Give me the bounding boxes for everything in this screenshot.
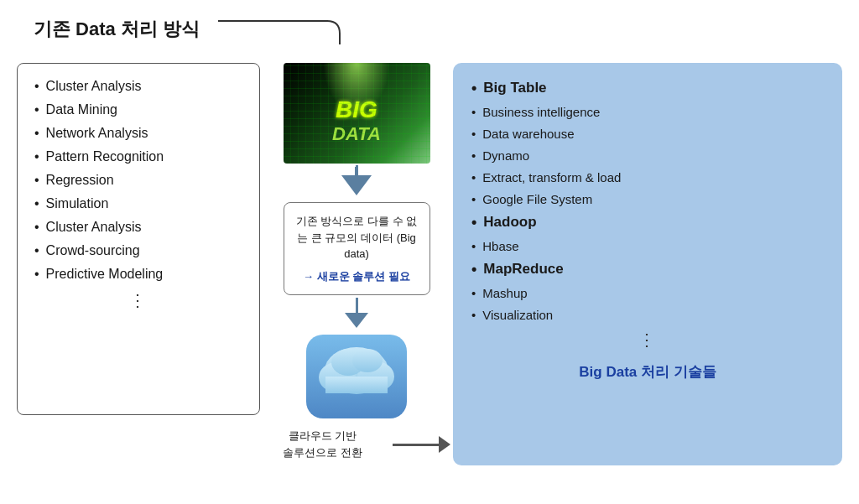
middle-text-box: 기존 방식으로 다를 수 없는 큰 규모의 데이터 (Big data) → 새… — [284, 202, 430, 295]
big-data-tech-label-container: Big Data 처리 기술들 — [471, 362, 824, 382]
list-item: Cluster Analysis — [34, 220, 242, 235]
list-item-gfs: Google File System — [471, 192, 824, 206]
arrow-down-2 — [345, 298, 368, 328]
arrow-line — [393, 444, 439, 446]
cloud-svg — [302, 330, 411, 423]
list-item-hbase: Hbase — [471, 239, 824, 253]
bottom-section: 클라우드 기반 솔루션으로 전환 — [258, 428, 456, 463]
right-arrow — [393, 436, 450, 453]
list-item-mapreduce: MapReduce — [471, 261, 824, 278]
list-item: Simulation — [34, 196, 242, 211]
list-item: Cluster Analysis — [34, 79, 242, 94]
title-bracket-arrow — [218, 13, 386, 46]
svg-rect-8 — [325, 377, 388, 393]
right-tech-box: Big Table Business intelligence Data war… — [453, 63, 842, 465]
solution-needed-text: → 새로운 솔루션 필요 — [296, 269, 418, 284]
cloud-icon — [302, 330, 411, 423]
list-item-etl: Extract, transform & load — [471, 170, 824, 184]
arrow-down-1 — [341, 165, 372, 195]
bigdata-description: 기존 방식으로 다를 수 없는 큰 규모의 데이터 (Big data) — [296, 213, 418, 262]
cloud-transition-label: 클라우드 기반 솔루션으로 전환 — [258, 428, 388, 463]
list-item-mashup: Mashup — [471, 286, 824, 300]
list-item: Pattern Recognition — [34, 149, 242, 164]
big-data-tech-label: Big Data 처리 기술들 — [579, 364, 716, 380]
page-title: 기존 Data 처리 방식 — [34, 17, 200, 42]
left-methods-box: Cluster Analysis Data Mining Network Ana… — [17, 63, 260, 415]
list-item-hadoop: Hadoop — [471, 214, 824, 231]
tech-list: Big Table Business intelligence Data war… — [471, 80, 824, 322]
svg-point-7 — [352, 349, 383, 372]
right-ellipsis: ⋮ — [471, 330, 824, 350]
list-item-dynamo: Dynamo — [471, 148, 824, 163]
list-item: Regression — [34, 173, 242, 188]
main-container: 기존 Data 처리 방식 Cluster Analysis Data Mini… — [0, 0, 859, 504]
list-item-bigtable: Big Table — [471, 80, 824, 97]
glow-effect — [323, 63, 390, 113]
list-item-bi: Business intelligence — [471, 105, 824, 119]
list-item-dw: Data warehouse — [471, 127, 824, 141]
big-data-image: BIG DATA — [284, 63, 430, 164]
list-item: Crowd-sourcing — [34, 243, 242, 258]
content-row: Cluster Analysis Data Mining Network Ana… — [17, 63, 842, 465]
list-item: Network Analysis — [34, 126, 242, 141]
list-item: Predictive Modeling — [34, 267, 242, 282]
middle-column: BIG DATA 기존 방식으로 다를 수 없는 큰 규모의 데이 — [273, 63, 440, 462]
list-item: Data Mining — [34, 102, 242, 117]
list-item-viz: Visualization — [471, 308, 824, 322]
arrow-head — [439, 436, 450, 453]
methods-list: Cluster Analysis Data Mining Network Ana… — [34, 79, 242, 282]
left-ellipsis: ⋮ — [34, 290, 242, 310]
